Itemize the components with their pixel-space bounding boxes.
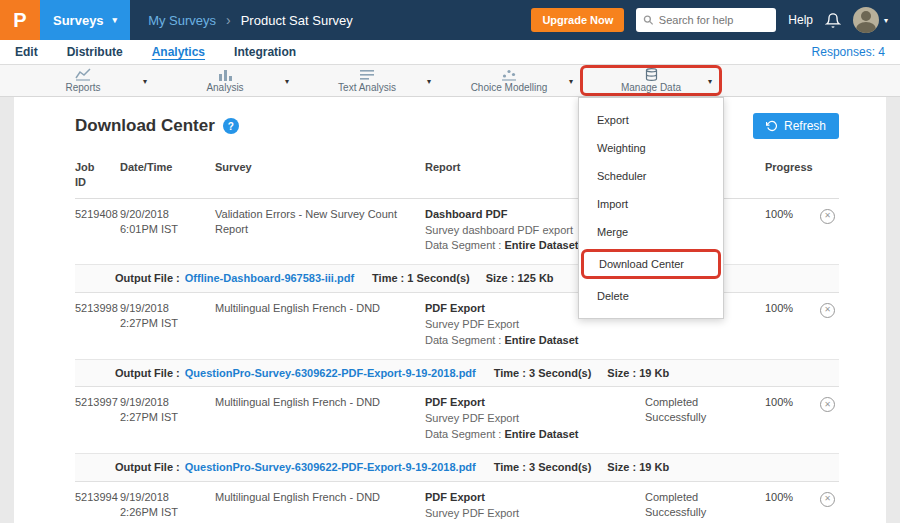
page-title: Download Center bbox=[75, 116, 215, 136]
toolbar-item-reports[interactable]: Reports ▾ bbox=[12, 65, 154, 96]
data-segment-value: Entire Dataset bbox=[505, 428, 579, 440]
tab-analytics[interactable]: Analytics bbox=[152, 45, 205, 59]
account-menu[interactable]: ▾ bbox=[853, 7, 888, 33]
job-progress: 100% bbox=[765, 301, 820, 348]
data-segment-value: Entire Dataset bbox=[505, 334, 579, 346]
report-description: Survey PDF Export bbox=[425, 317, 633, 332]
report-description: Survey PDF Export bbox=[425, 411, 633, 426]
help-search-input[interactable] bbox=[659, 14, 769, 26]
output-file-label: Output File : bbox=[115, 460, 180, 475]
download-jobs-table: Job ID Date/Time Survey Report Progress … bbox=[75, 155, 839, 523]
tab-distribute[interactable]: Distribute bbox=[67, 45, 123, 59]
output-file-link[interactable]: Offline-Dashboard-967583-iii.pdf bbox=[185, 271, 354, 286]
menu-item-download-center[interactable]: Download Center bbox=[581, 249, 721, 279]
notifications-bell-icon[interactable] bbox=[825, 12, 841, 29]
toolbar-item-analysis[interactable]: Analysis ▾ bbox=[154, 65, 296, 96]
upgrade-now-button[interactable]: Upgrade Now bbox=[531, 8, 624, 32]
report-title: PDF Export bbox=[425, 490, 633, 505]
data-segment-label: Data Segment : bbox=[425, 428, 501, 440]
job-id: 5213997 bbox=[75, 395, 120, 442]
menu-item-scheduler[interactable]: Scheduler bbox=[579, 162, 723, 190]
job-id: 5213994 bbox=[75, 490, 120, 523]
reports-icon bbox=[75, 68, 91, 81]
tab-edit[interactable]: Edit bbox=[15, 45, 38, 59]
header-progress: Progress bbox=[765, 160, 820, 190]
job-actions: ✕ bbox=[820, 490, 847, 523]
refresh-button[interactable]: Refresh bbox=[753, 113, 839, 139]
output-size: Size : 19 Kb bbox=[607, 366, 669, 381]
cancel-job-icon[interactable]: ✕ bbox=[820, 209, 835, 224]
output-size: Size : 125 Kb bbox=[486, 271, 554, 286]
topbar-right: Upgrade Now Help ▾ bbox=[531, 7, 900, 33]
menu-item-export[interactable]: Export bbox=[579, 106, 723, 134]
job-progress: 100% bbox=[765, 395, 820, 442]
breadcrumb: My Surveys › Product Sat Survey bbox=[148, 12, 353, 28]
manage-data-menu: Export Weighting Scheduler Import Merge … bbox=[578, 97, 724, 319]
job-datetime: 9/20/2018 6:01PM IST bbox=[120, 207, 215, 254]
data-segment-label: Data Segment : bbox=[425, 239, 501, 251]
output-time: Time : 3 Second(s) bbox=[494, 460, 592, 475]
toolbar-label: Choice Modelling bbox=[471, 82, 548, 93]
toolbar-item-choice-modelling[interactable]: Choice Modelling ▾ bbox=[438, 65, 580, 96]
chevron-down-icon: ▾ bbox=[427, 76, 431, 85]
surveys-dropdown-button[interactable]: Surveys ▾ bbox=[40, 0, 130, 40]
output-file-link[interactable]: QuestionPro-Survey-6309622-PDF-Export-9-… bbox=[185, 460, 476, 475]
output-file-row: Output File : Offline-Dashboard-967583-i… bbox=[75, 264, 839, 293]
job-actions: ✕ bbox=[820, 395, 847, 442]
toolbar-label: Analysis bbox=[206, 82, 243, 93]
menu-item-delete[interactable]: Delete bbox=[579, 282, 723, 310]
section-nav: Edit Distribute Analytics Integration Re… bbox=[0, 40, 900, 65]
header-datetime: Date/Time bbox=[120, 160, 215, 190]
help-link[interactable]: Help bbox=[788, 13, 813, 27]
tab-integration[interactable]: Integration bbox=[234, 45, 296, 59]
breadcrumb-my-surveys[interactable]: My Surveys bbox=[148, 13, 216, 28]
job-datetime: 9/19/2018 2:26PM IST bbox=[120, 490, 215, 523]
job-datetime: 9/19/2018 2:27PM IST bbox=[120, 395, 215, 442]
job-datetime: 9/19/2018 2:27PM IST bbox=[120, 301, 215, 348]
app-logo: P bbox=[0, 0, 40, 40]
analytics-toolbar: Reports ▾ Analysis ▾ Text Analysis ▾ Cho… bbox=[0, 65, 900, 97]
menu-item-merge[interactable]: Merge bbox=[579, 218, 723, 246]
menu-item-weighting[interactable]: Weighting bbox=[579, 134, 723, 162]
chevron-down-icon: ▾ bbox=[113, 16, 118, 25]
refresh-icon bbox=[766, 120, 778, 132]
job-id: 5213998 bbox=[75, 301, 120, 348]
output-file-row: Output File : QuestionPro-Survey-6309622… bbox=[75, 359, 839, 388]
cancel-job-icon[interactable]: ✕ bbox=[820, 303, 835, 318]
chevron-down-icon: ▾ bbox=[285, 76, 289, 85]
job-survey: Multilingual English French - DND bbox=[215, 395, 425, 442]
output-size: Size : 19 Kb bbox=[607, 460, 669, 475]
data-segment-value: Entire Dataset bbox=[505, 239, 579, 251]
refresh-label: Refresh bbox=[784, 119, 826, 133]
chevron-down-icon: ▾ bbox=[708, 76, 712, 85]
output-time: Time : 3 Second(s) bbox=[494, 366, 592, 381]
job-status: Completed Successfully bbox=[645, 395, 765, 442]
table-row: 5213997 9/19/2018 2:27PM IST Multilingua… bbox=[75, 387, 839, 453]
help-search-box bbox=[636, 8, 776, 32]
download-center-page: Download Center ? Refresh Job ID Date/Ti… bbox=[14, 97, 886, 523]
text-analysis-icon bbox=[359, 68, 375, 81]
choice-modelling-icon bbox=[501, 68, 517, 81]
avatar bbox=[853, 7, 879, 33]
output-time: Time : 1 Second(s) bbox=[372, 271, 470, 286]
job-actions: ✕ bbox=[820, 207, 847, 254]
job-actions: ✕ bbox=[820, 301, 847, 348]
manage-data-database-icon bbox=[645, 68, 658, 81]
surveys-label: Surveys bbox=[53, 13, 104, 28]
breadcrumb-separator: › bbox=[226, 12, 231, 28]
topbar: P Surveys ▾ My Surveys › Product Sat Sur… bbox=[0, 0, 900, 40]
table-header-row: Job ID Date/Time Survey Report Progress bbox=[75, 155, 839, 199]
toolbar-item-text-analysis[interactable]: Text Analysis ▾ bbox=[296, 65, 438, 96]
cancel-job-icon[interactable]: ✕ bbox=[820, 397, 835, 412]
toolbar-item-manage-data[interactable]: Manage Data ▾ bbox=[580, 65, 722, 96]
toolbar-label: Text Analysis bbox=[338, 82, 396, 93]
help-question-icon[interactable]: ? bbox=[223, 118, 239, 134]
menu-item-import[interactable]: Import bbox=[579, 190, 723, 218]
breadcrumb-current-survey: Product Sat Survey bbox=[241, 13, 353, 28]
output-file-link[interactable]: QuestionPro-Survey-6309622-PDF-Export-9-… bbox=[185, 366, 476, 381]
report-description: Survey PDF Export bbox=[425, 506, 633, 521]
chevron-down-icon: ▾ bbox=[143, 76, 147, 85]
toolbar-label: Manage Data bbox=[621, 82, 681, 93]
report-title: PDF Export bbox=[425, 395, 633, 410]
cancel-job-icon[interactable]: ✕ bbox=[820, 492, 835, 507]
